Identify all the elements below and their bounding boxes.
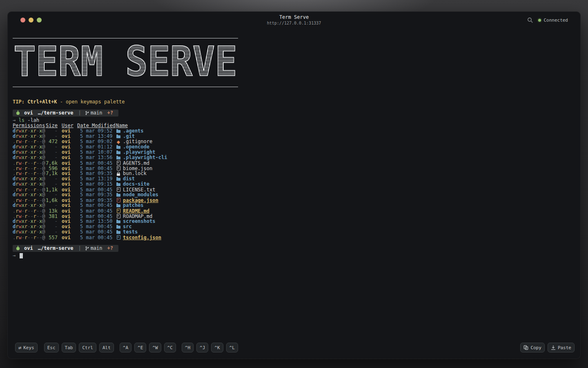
modifier-keys-group: EscTabCtrlAlt (44, 343, 114, 352)
text-cursor (20, 253, 23, 258)
file-permissions: drwxr-xr-x@ (13, 192, 45, 197)
file-date: 5 mar 09:35 (77, 192, 116, 197)
lock-icon (117, 173, 120, 176)
prompt-user: ovi (24, 246, 33, 251)
tip-shortcut: Ctrl+Alt+K (27, 99, 57, 105)
ctrl-keys-group-2: ^H^J^K^L (182, 343, 238, 352)
search-icon[interactable] (527, 17, 533, 23)
git-icon (117, 141, 120, 144)
file-row: .rw-r--r--@13kovi5 mar 00:45README.md (13, 208, 575, 213)
file-icon-cell (116, 197, 121, 202)
zoom-button[interactable] (37, 18, 42, 22)
file-size: - (45, 203, 58, 208)
git-branch-name: main (91, 246, 102, 251)
folder-icon (116, 178, 120, 181)
key-button-ctrl-l[interactable]: ^L (226, 343, 238, 352)
file-date: 5 mar 00:45 (77, 229, 116, 235)
file-icon-cell (116, 146, 121, 148)
copy-icon (523, 345, 528, 350)
file-icon-cell (116, 213, 121, 218)
file-date: 5 mar 00:45 (77, 203, 116, 208)
keys-button[interactable]: ⇄ Keys (15, 343, 38, 352)
ctrl-keys-group-1: ^A^E^W^C (120, 343, 176, 352)
file-icon (117, 214, 120, 218)
file-row: drwxr-xr-x@-ovi5 mar 09:35node_modules (13, 192, 575, 197)
file-icon (117, 187, 120, 192)
file-name: tsconfig.json (123, 235, 161, 240)
prompt-user: ovi (24, 110, 33, 116)
close-button[interactable] (20, 18, 25, 22)
file-permissions: drwxr-xr-x@ (13, 155, 45, 160)
copy-button[interactable]: Copy (520, 343, 545, 352)
file-icon-cell (116, 151, 121, 154)
prompt-arrow: → (13, 117, 16, 123)
banner-rule-top (13, 38, 238, 38)
folder-icon (116, 220, 120, 223)
file-row: .rw-r--r--@557ovi5 mar 00:45tsconfig.jso… (13, 235, 575, 240)
connection-status: Connected (538, 18, 568, 23)
key-button-ctrl[interactable]: Ctrl (79, 343, 96, 352)
git-branch: main (85, 110, 102, 116)
keymaps-icon: ⇄ (18, 345, 21, 350)
connection-status-label: Connected (543, 18, 568, 23)
file-icon-cell (116, 177, 121, 180)
key-button-alt[interactable]: Alt (99, 343, 114, 352)
file-name: tests (123, 229, 138, 235)
key-button-ctrl-j[interactable]: ^J (196, 343, 208, 352)
command-name: ls (18, 117, 24, 123)
command-args: -lah (27, 117, 39, 123)
prompt-arrow: → (13, 253, 16, 258)
file-user: ovi (62, 155, 72, 160)
key-button-ctrl-h[interactable]: ^H (182, 343, 194, 352)
key-button-ctrl-w[interactable]: ^W (149, 343, 161, 352)
key-button-ctrl-e[interactable]: ^E (134, 343, 146, 352)
apple-icon (16, 112, 20, 115)
prompt-separator: | (78, 110, 81, 116)
copy-button-label: Copy (530, 345, 541, 350)
ls-rows: drwxr-xr-x@-ovi5 mar 09:52.agentsdrwxr-x… (13, 128, 575, 240)
minimize-button[interactable] (29, 18, 33, 22)
key-button-tab[interactable]: Tab (62, 343, 76, 352)
window-title: Term Serve (8, 14, 580, 20)
connection-dot-icon (538, 19, 541, 22)
git-branch-name: main (91, 110, 102, 116)
paste-button[interactable]: Paste (548, 343, 575, 352)
folder-icon (116, 135, 120, 138)
banner-rule-bottom (13, 87, 238, 87)
key-button-ctrl-k[interactable]: ^K (211, 343, 223, 352)
key-button-esc[interactable]: Esc (44, 343, 59, 352)
key-button-ctrl-c[interactable]: ^C (164, 343, 176, 352)
folder-icon (116, 130, 120, 133)
terminal-screen[interactable]: TERM SERVE TIP: Ctrl+Alt+K - open keymap… (8, 28, 580, 338)
file-icon-cell (116, 160, 121, 165)
prompt-separator: | (78, 246, 81, 251)
key-button-ctrl-a[interactable]: ^A (120, 343, 131, 352)
ascii-banner: TERM SERVE (13, 38, 238, 87)
file-row: drwxr-xr-x@-ovi5 mar 13:56.playwright-cl… (13, 155, 575, 160)
git-branch: main (85, 246, 102, 251)
apple-icon (16, 247, 20, 250)
file-row: drwxr-xr-x@-ovi5 mar 00:45tests (13, 229, 575, 235)
ascii-art-title: TERM SERVE (13, 41, 238, 84)
server-url: http://127.0.0.1:31337 (8, 20, 580, 26)
file-date: 5 mar 13:56 (77, 155, 116, 160)
window-controls (20, 18, 42, 22)
file-icon-cell (116, 183, 121, 186)
banner-text: TERM SERVE (13, 41, 237, 84)
git-branch-icon (85, 246, 89, 251)
file-name: patches (123, 203, 144, 208)
file-icon (117, 198, 120, 202)
file-icon-cell (116, 187, 121, 191)
folder-icon (116, 231, 120, 234)
file-icon-cell (116, 220, 121, 223)
file-icon-cell (116, 166, 121, 170)
file-permissions: drwxr-xr-x@ (13, 229, 45, 235)
file-row: drwxr-xr-x@-ovi5 mar 00:45patches (13, 203, 575, 208)
file-icon-cell (116, 235, 121, 239)
file-name: docs-site (123, 182, 149, 187)
git-branch-icon (85, 111, 89, 115)
file-icon (117, 161, 120, 165)
file-icon-cell (116, 173, 121, 175)
tip-text: - open keymaps palette (60, 99, 125, 105)
shell-prompt: ovi …/term-serve | main +? (13, 245, 118, 252)
